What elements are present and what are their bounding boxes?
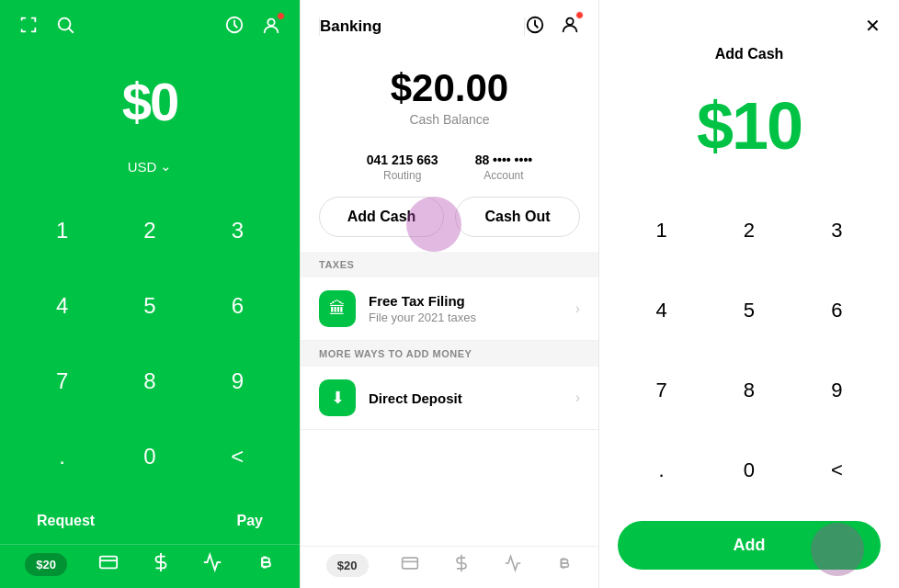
cash-balance-section: $20.00 Cash Balance [301,48,598,141]
svg-line-1 [69,28,73,32]
middle-top-bar: Banking [301,0,598,48]
middle-history-icon[interactable] [525,15,545,39]
key-6[interactable]: 6 [194,268,281,344]
currency-selector[interactable]: USD ⌄ [0,158,300,175]
add-button-wrapper: Add [599,510,899,588]
right-key-0[interactable]: 0 [705,430,792,510]
direct-deposit-item[interactable]: ⬇ Direct Deposit › [301,367,598,430]
pay-button[interactable]: Pay [237,513,263,529]
key-9[interactable]: 9 [194,344,281,419]
routing-field: 041 215 663 Routing [367,153,438,182]
tax-chevron: › [575,300,580,317]
right-keypad: 1 2 3 4 5 6 7 8 9 . 0 < [599,191,899,510]
tax-filing-item[interactable]: 🏛 Free Tax Filing File your 2021 taxes › [301,277,598,341]
middle-bottom-nav: $20 [301,546,598,588]
tax-title: Free Tax Filing [369,293,575,309]
key-5[interactable]: 5 [106,268,193,344]
right-key-4[interactable]: 4 [618,271,705,351]
middle-nav-bitcoin-icon[interactable] [554,554,573,577]
svg-rect-4 [100,557,117,569]
tax-icon: 🏛 [319,290,356,327]
key-8[interactable]: 8 [106,344,193,419]
scan-icon[interactable] [18,15,39,40]
request-button[interactable]: Request [37,513,95,529]
more-ways-section-header: MORE WAYS TO ADD MONEY [301,341,598,367]
middle-profile-badge [575,11,584,19]
key-4[interactable]: 4 [18,268,106,344]
middle-panel: Banking $20.00 Cash Balance 041 215 663 [300,0,599,588]
direct-deposit-text: Direct Deposit [369,390,575,406]
add-button[interactable]: Add [618,521,881,570]
key-7[interactable]: 7 [18,344,106,419]
right-key-8[interactable]: 8 [705,351,792,431]
left-top-left-icons [18,15,75,40]
account-value: 88 •••• •••• [475,153,533,167]
right-key-9[interactable]: 9 [793,351,881,431]
right-panel: ✕ Add Cash $10 1 2 3 4 5 6 7 8 9 . 0 < A… [599,0,899,588]
profile-badge [277,12,285,20]
key-3[interactable]: 3 [194,193,281,268]
svg-point-3 [267,18,274,25]
right-key-6[interactable]: 6 [793,271,881,351]
right-key-dot[interactable]: . [618,430,705,510]
account-field: 88 •••• •••• Account [475,153,533,182]
key-backspace[interactable]: < [194,419,281,494]
action-buttons: Add Cash Cash Out [301,197,598,252]
middle-nav-activity-icon[interactable] [504,554,522,577]
key-dot[interactable]: . [18,419,106,494]
add-cash-amount: $10 [599,70,899,191]
left-panel: $0 USD ⌄ 1 2 3 4 5 6 7 8 9 . 0 < Request… [0,0,300,588]
key-1[interactable]: 1 [18,193,106,268]
cash-balance-amount: $20.00 [301,66,598,110]
right-key-5[interactable]: 5 [705,271,792,351]
tax-filing-text: Free Tax Filing File your 2021 taxes [369,293,575,324]
history-icon[interactable] [224,15,245,40]
svg-point-13 [566,18,573,25]
middle-nav-card-icon[interactable] [401,554,419,577]
add-cash-button[interactable]: Add Cash [319,197,444,237]
middle-nav-balance[interactable]: $20 [326,554,369,577]
right-key-2[interactable]: 2 [705,191,792,271]
add-cash-title: Add Cash [599,46,899,62]
left-bottom-nav: $20 [0,544,300,588]
key-2[interactable]: 2 [106,193,193,268]
nav-card-icon[interactable] [98,552,119,577]
nav-balance[interactable]: $20 [25,553,67,576]
search-icon[interactable] [55,15,75,40]
left-keypad: 1 2 3 4 5 6 7 8 9 . 0 < [0,184,300,503]
routing-value: 041 215 663 [367,153,438,167]
direct-deposit-title: Direct Deposit [369,390,575,406]
profile-icon-wrapper[interactable] [261,16,281,40]
right-key-1[interactable]: 1 [618,191,705,271]
middle-nav-cash-icon[interactable] [452,554,471,577]
key-0[interactable]: 0 [106,419,193,494]
svg-rect-14 [403,558,418,569]
taxes-section-header: TAXES [301,252,598,277]
right-top-bar: ✕ [599,0,899,46]
account-info: 041 215 663 Routing 88 •••• •••• Account [301,141,598,197]
cash-balance-label: Cash Balance [301,112,598,127]
tax-subtitle: File your 2021 taxes [369,311,575,324]
banking-title: Banking [319,17,525,36]
left-top-bar [0,0,300,49]
middle-top-icons [525,15,580,39]
direct-deposit-chevron: › [575,390,580,406]
left-bottom-actions: Request Pay [0,503,300,544]
nav-bitcoin-icon[interactable] [255,552,275,577]
direct-deposit-icon: ⬇ [319,379,356,416]
close-button[interactable]: ✕ [865,15,881,37]
left-top-right-icons [224,15,281,40]
account-label: Account [475,169,533,182]
middle-profile-icon-wrapper[interactable] [560,15,580,39]
nav-activity-icon[interactable] [202,552,222,577]
nav-cash-icon[interactable] [151,552,171,577]
right-key-3[interactable]: 3 [793,191,881,271]
right-key-backspace[interactable]: < [793,430,881,510]
left-balance: $0 [0,71,300,132]
right-key-7[interactable]: 7 [618,351,705,431]
routing-label: Routing [367,169,438,182]
cash-out-button[interactable]: Cash Out [455,197,580,237]
